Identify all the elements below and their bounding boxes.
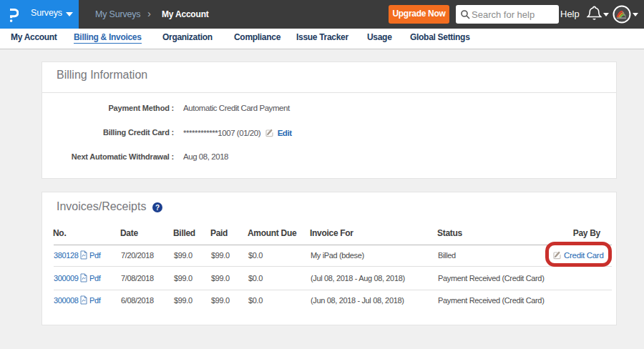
svg-text:?: ? bbox=[155, 204, 160, 212]
